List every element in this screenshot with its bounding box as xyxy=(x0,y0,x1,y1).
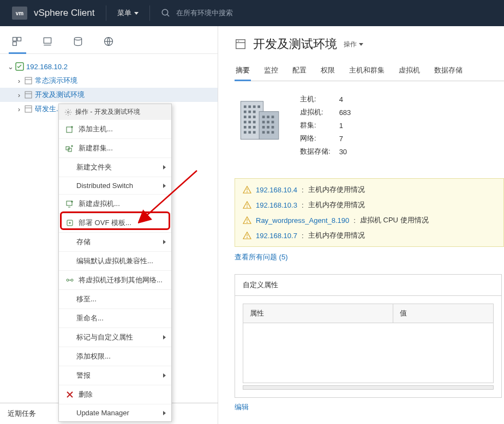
tab-summary[interactable]: 摘要 xyxy=(235,62,251,81)
svg-rect-28 xyxy=(244,116,247,118)
svg-rect-47 xyxy=(267,126,269,129)
view-tab-hosts[interactable] xyxy=(11,36,24,48)
alert-link: 192.168.10.4 xyxy=(256,186,297,194)
toggle-icon[interactable]: › xyxy=(16,77,22,85)
tree-label: 开发及测试环境 xyxy=(35,90,85,100)
svg-rect-45 xyxy=(272,121,274,124)
tab-configure[interactable]: 配置 xyxy=(291,62,308,81)
storage-icon xyxy=(72,36,84,47)
ctx-label: 删除 xyxy=(79,390,93,399)
new-vm-icon xyxy=(65,199,74,208)
submenu-arrow-icon xyxy=(163,335,166,340)
view-tabs xyxy=(0,26,218,54)
submenu-arrow-icon xyxy=(163,411,166,415)
ctx-label: 添加权限... xyxy=(76,352,111,361)
search-input[interactable]: 在所有环境中搜索 xyxy=(161,8,233,18)
stat-value: 1 xyxy=(339,119,359,131)
ctx-label: 新建群集... xyxy=(79,143,113,153)
tab-monitor[interactable]: 监控 xyxy=(263,62,279,81)
svg-rect-48 xyxy=(272,126,274,129)
svg-rect-61 xyxy=(67,127,72,132)
svg-rect-51 xyxy=(272,131,274,134)
alert-item[interactable]: 192.168.10.7: 主机内存使用情况 xyxy=(235,228,503,243)
edit-link[interactable]: 编辑 xyxy=(235,402,504,412)
tab-vms[interactable]: 虚拟机 xyxy=(398,62,421,81)
ctx-label: 存储 xyxy=(76,237,91,247)
view-tab-vms[interactable] xyxy=(41,36,55,48)
scrollbar-horizontal[interactable] xyxy=(243,385,494,390)
ctx-update-manager[interactable]: Update Manager xyxy=(59,404,171,421)
chevron-down-icon xyxy=(134,12,139,15)
ctx-new-vm[interactable]: 新建虚拟机... xyxy=(59,194,171,213)
stat-label: 网络: xyxy=(300,132,338,144)
warning-icon xyxy=(243,232,251,239)
ctx-rename[interactable]: 重命名... xyxy=(59,308,171,328)
alert-item[interactable]: Ray_wordpress_Agent_8.190: 虚拟机 CPU 使用情况 xyxy=(235,213,503,228)
ctx-new-folder[interactable]: 新建文件夹 xyxy=(59,158,171,177)
ctx-label: 将虚拟机迁移到其他网络... xyxy=(79,275,163,285)
svg-rect-39 xyxy=(253,131,256,134)
new-cluster-icon xyxy=(65,144,74,153)
ctx-storage[interactable]: 存储 xyxy=(59,232,171,251)
svg-rect-37 xyxy=(244,131,247,134)
ctx-migrate[interactable]: 将虚拟机迁移到其他网络... xyxy=(59,270,171,289)
warning-icon xyxy=(243,186,251,193)
content-tabs: 摘要 监控 配置 权限 主机和群集 虚拟机 数据存储 xyxy=(235,62,504,81)
view-all-issues-link[interactable]: 查看所有问题 (5) xyxy=(235,252,504,262)
svg-rect-43 xyxy=(262,121,265,124)
ctx-alarms[interactable]: 警报 xyxy=(59,366,171,385)
vms-templates-icon xyxy=(41,36,53,47)
ctx-tags[interactable]: 标记与自定义属性 xyxy=(59,328,171,347)
stat-value: 683 xyxy=(339,106,359,118)
svg-rect-3 xyxy=(17,38,21,41)
view-tab-network[interactable] xyxy=(103,36,116,48)
deploy-ovf-icon xyxy=(65,219,74,227)
warning-icon xyxy=(243,201,251,209)
view-tab-storage[interactable] xyxy=(72,36,85,48)
section-title: 自定义属性 xyxy=(235,275,501,296)
col-header-val: 值 xyxy=(393,304,494,323)
ctx-add-permission[interactable]: 添加权限... xyxy=(59,347,171,366)
alert-text: 主机内存使用情况 xyxy=(308,231,365,240)
search-placeholder: 在所有环境中搜索 xyxy=(176,8,233,18)
svg-rect-32 xyxy=(248,121,251,124)
ctx-add-host[interactable]: 添加主机... xyxy=(59,120,171,138)
svg-point-0 xyxy=(162,9,168,15)
ctx-label: 添加主机... xyxy=(79,124,113,134)
svg-rect-4 xyxy=(13,42,17,46)
toggle-icon[interactable]: › xyxy=(16,105,22,113)
alert-link: 192.168.10.3 xyxy=(256,201,297,209)
ctx-edit-compat[interactable]: 编辑默认虚拟机兼容性... xyxy=(59,251,171,270)
ctx-distributed-switch[interactable]: Distributed Switch xyxy=(59,177,171,194)
menu-button[interactable]: 菜单 xyxy=(117,8,139,18)
svg-rect-41 xyxy=(267,116,269,118)
ctx-label: 新建文件夹 xyxy=(76,162,112,172)
ctx-move-to[interactable]: 移至... xyxy=(59,289,171,308)
actions-dropdown[interactable]: 操作 xyxy=(344,40,363,49)
ctx-delete[interactable]: 删除 xyxy=(59,385,171,404)
tab-hosts-clusters[interactable]: 主机和群集 xyxy=(348,62,386,81)
ctx-deploy-ovf[interactable]: 部署 OVF 模板... xyxy=(59,213,171,232)
actions-label: 操作 xyxy=(344,40,357,49)
ctx-label: 标记与自定义属性 xyxy=(76,332,133,342)
tree-item-dc1[interactable]: › 常态演示环境 xyxy=(0,74,218,88)
alert-item[interactable]: 192.168.10.3: 主机内存使用情况 xyxy=(235,197,503,213)
alert-item[interactable]: 192.168.10.4: 主机内存使用情况 xyxy=(235,182,503,197)
tree-item-dc2[interactable]: › 开发及测试环境 xyxy=(0,88,218,102)
stat-value: 4 xyxy=(339,93,359,105)
stats-table: 主机:4 虚拟机:683 群集:1 网络:7 数据存储:30 xyxy=(299,92,359,159)
context-menu: 操作 - 开发及测试环境 添加主机... 新建群集... 新建文件夹 Distr… xyxy=(58,104,172,422)
tab-datastores[interactable]: 数据存储 xyxy=(433,62,464,81)
toggle-icon[interactable]: › xyxy=(16,91,22,99)
network-icon xyxy=(103,36,115,47)
context-menu-header: 操作 - 开发及测试环境 xyxy=(59,104,171,120)
tree-root[interactable]: ⌄ 192.168.10.2 xyxy=(0,59,218,74)
datacenter-icon xyxy=(24,76,33,85)
svg-rect-29 xyxy=(248,116,251,118)
tab-permissions[interactable]: 权限 xyxy=(320,62,336,81)
ctx-new-cluster[interactable]: 新建群集... xyxy=(59,138,171,158)
top-bar: vm vSphere Client 菜单 在所有环境中搜索 xyxy=(0,0,504,26)
alert-text: 主机内存使用情况 xyxy=(308,185,365,195)
svg-rect-50 xyxy=(267,131,269,134)
toggle-icon[interactable]: ⌄ xyxy=(8,63,13,71)
